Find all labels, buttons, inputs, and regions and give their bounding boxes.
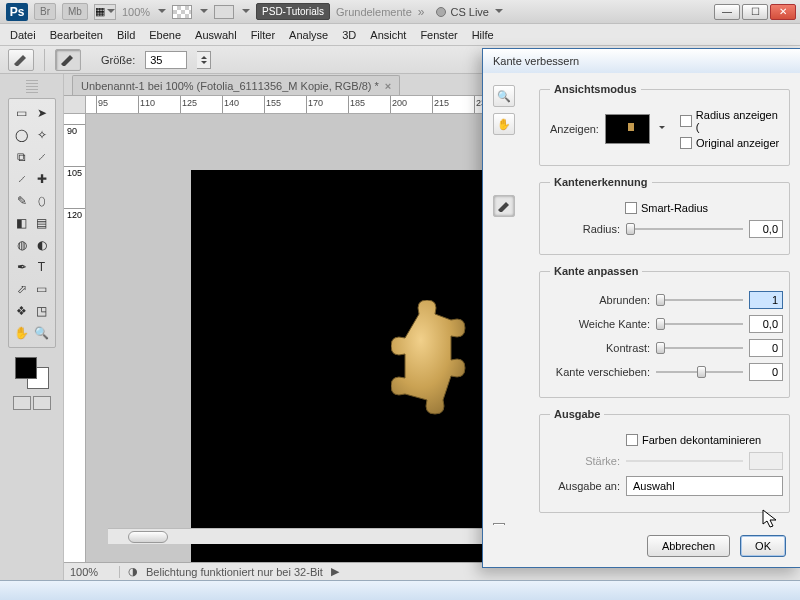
blur-tool[interactable]: ◍	[12, 234, 32, 256]
ok-button[interactable]: OK	[740, 535, 786, 557]
menu-layer[interactable]: Ebene	[149, 29, 181, 41]
brush-size-label: Größe:	[101, 54, 135, 66]
shift-edge-value[interactable]: 0	[749, 363, 783, 381]
maximize-button[interactable]: ☐	[742, 4, 768, 20]
shape-tool[interactable]: ▭	[32, 278, 52, 300]
output-to-select[interactable]: Auswahl	[626, 476, 783, 496]
pen-tool[interactable]: ✒	[12, 256, 32, 278]
color-swatches[interactable]	[12, 354, 52, 392]
3d-tool[interactable]: ❖	[12, 300, 32, 322]
minibridge-shortcut[interactable]: Mb	[62, 3, 88, 20]
arrow-tool[interactable]: ➤	[32, 102, 52, 124]
gradient-tool[interactable]: ▤	[32, 212, 52, 234]
eraser-tool[interactable]: ◧	[12, 212, 32, 234]
brush-size-stepper[interactable]	[197, 51, 211, 69]
brush-thumbnail[interactable]	[55, 49, 81, 71]
brush-size-input[interactable]	[145, 51, 187, 69]
menu-select[interactable]: Auswahl	[195, 29, 237, 41]
scrollbar-thumb[interactable]	[128, 531, 168, 543]
smart-radius-checkbox[interactable]: Smart-Radius	[625, 202, 708, 214]
vertical-ruler[interactable]: 90105120	[64, 114, 86, 562]
screen-mode[interactable]	[214, 5, 234, 19]
radius-value[interactable]: 0,0	[749, 220, 783, 238]
menu-file[interactable]: Datei	[10, 29, 36, 41]
3d-camera-tool[interactable]: ◳	[32, 300, 52, 322]
menu-image[interactable]: Bild	[117, 29, 135, 41]
decontaminate-checkbox[interactable]: Farben dekontaminieren	[626, 434, 761, 446]
hand-tool[interactable]: ✋	[12, 322, 32, 344]
slice-tool[interactable]: ⟋	[32, 146, 52, 168]
bridge-shortcut[interactable]: Br	[34, 3, 56, 20]
contrast-value[interactable]: 0	[749, 339, 783, 357]
remember-settings-checkbox[interactable]: Einstellungen speichern	[493, 523, 626, 525]
document-tab[interactable]: Unbenannt-1 bei 100% (Fotolia_6111356_M …	[72, 75, 400, 95]
show-radius-checkbox[interactable]: Radius anzeigen (	[680, 109, 783, 133]
puzzle-piece-shape	[391, 300, 471, 420]
feather-value[interactable]: 0,0	[749, 315, 783, 333]
magic-wand-tool[interactable]: ✧	[32, 124, 52, 146]
status-play-icon[interactable]: ▶	[331, 565, 339, 578]
crop-tool[interactable]: ⧉	[12, 146, 32, 168]
arrange-documents[interactable]	[172, 5, 192, 19]
stamp-tool[interactable]: ⬯	[32, 190, 52, 212]
quick-mask-toggle[interactable]	[13, 396, 51, 410]
app-titlebar: Ps Br Mb ▦ 100% PSD-Tutorials Grundeleme…	[0, 0, 800, 24]
radius-slider[interactable]	[626, 222, 743, 236]
path-select-tool[interactable]: ⬀	[12, 278, 32, 300]
group-legend: Ansichtsmodus	[550, 83, 641, 95]
cs-live[interactable]: CS Live	[436, 6, 503, 18]
foreground-color-swatch[interactable]	[15, 357, 37, 379]
workspace-more[interactable]: »	[418, 5, 425, 19]
menu-analysis[interactable]: Analyse	[289, 29, 328, 41]
cancel-button-label: Abbrechen	[662, 540, 715, 552]
ruler-origin[interactable]	[64, 96, 86, 114]
menu-edit[interactable]: Bearbeiten	[50, 29, 103, 41]
view-mode-thumbnail[interactable]	[605, 114, 650, 144]
feather-slider[interactable]	[656, 317, 743, 331]
current-tool-preset[interactable]	[8, 49, 34, 71]
panel-grip-icon[interactable]	[26, 80, 38, 94]
screen-mode-picker[interactable]: ▦	[94, 4, 116, 20]
contrast-slider[interactable]	[656, 341, 743, 355]
group-legend: Ausgabe	[550, 408, 604, 420]
group-edge-detection: Kantenerkennung Smart-Radius Radius: 0,0	[539, 176, 790, 255]
lasso-tool[interactable]: ◯	[12, 124, 32, 146]
output-to-value: Auswahl	[633, 480, 675, 492]
dialog-button-row: Abbrechen OK	[483, 525, 800, 567]
chevron-down-icon	[105, 6, 115, 18]
move-tool[interactable]: ▭	[12, 102, 32, 124]
refine-radius-tool[interactable]	[493, 195, 515, 217]
amount-label: Stärke:	[550, 455, 620, 467]
workspace-basics[interactable]: Grundelemente	[336, 6, 412, 18]
menu-view[interactable]: Ansicht	[370, 29, 406, 41]
eyedropper-tool[interactable]: ⟋	[12, 168, 32, 190]
chevron-down-icon[interactable]	[656, 123, 668, 135]
close-icon[interactable]: ×	[385, 80, 391, 92]
group-output: Ausgabe Farben dekontaminieren Stärke: A…	[539, 408, 790, 513]
workspace-psd-tutorials[interactable]: PSD-Tutorials	[256, 3, 330, 20]
type-tool[interactable]: T	[32, 256, 52, 278]
brush-tool[interactable]: ✎	[12, 190, 32, 212]
smooth-value[interactable]: 1	[749, 291, 783, 309]
menu-window[interactable]: Fenster	[420, 29, 457, 41]
dialog-titlebar[interactable]: Kante verbessern	[483, 49, 800, 73]
zoom-tool[interactable]: 🔍	[32, 322, 52, 344]
zoom-readout[interactable]: 100%	[122, 6, 150, 18]
dodge-tool[interactable]: ◐	[32, 234, 52, 256]
zoom-tool-dialog[interactable]: 🔍	[493, 85, 515, 107]
menu-3d[interactable]: 3D	[342, 29, 356, 41]
refine-edge-dialog: Kante verbessern 🔍 ✋ Ansichtsmodus Anzei…	[482, 48, 800, 568]
output-to-label: Ausgabe an:	[550, 480, 620, 492]
hand-tool-dialog[interactable]: ✋	[493, 113, 515, 135]
view-show-label: Anzeigen:	[550, 123, 599, 135]
close-button[interactable]: ✕	[770, 4, 796, 20]
minimize-button[interactable]: —	[714, 4, 740, 20]
menu-help[interactable]: Hilfe	[472, 29, 494, 41]
smooth-slider[interactable]	[656, 293, 743, 307]
shift-edge-slider[interactable]	[656, 365, 743, 379]
status-zoom[interactable]: 100%	[70, 566, 120, 578]
menu-filter[interactable]: Filter	[251, 29, 275, 41]
show-original-checkbox[interactable]: Original anzeiger	[680, 137, 783, 149]
cancel-button[interactable]: Abbrechen	[647, 535, 730, 557]
heal-tool[interactable]: ✚	[32, 168, 52, 190]
